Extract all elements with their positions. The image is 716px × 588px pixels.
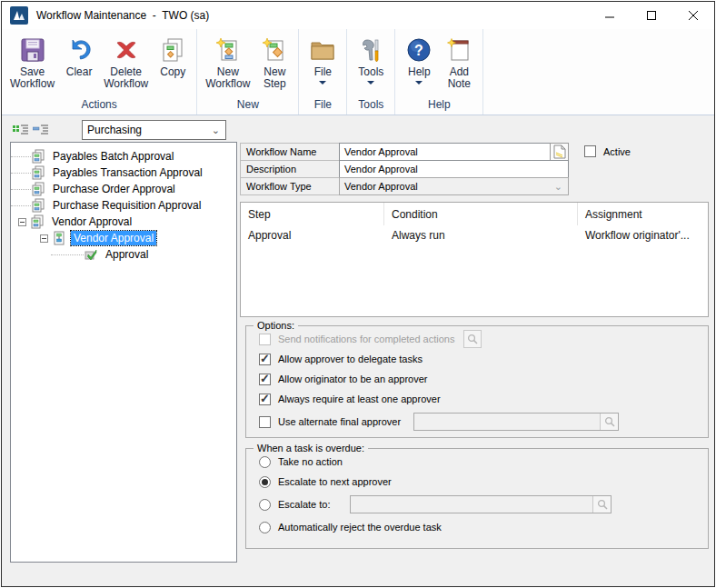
tools-dropdown-arrow-icon: [367, 81, 374, 85]
help-menu-button[interactable]: ? Help: [399, 32, 439, 98]
add-note-button[interactable]: Add Note: [439, 32, 479, 98]
clear-label: Clear: [66, 66, 93, 78]
steps-table: Step Condition Assignment Approval Alway…: [240, 202, 709, 317]
option-allow-delegate[interactable]: Allow approver to delegate tasks: [259, 353, 708, 365]
alternate-approver-checkbox[interactable]: [259, 416, 271, 428]
expand-all-button[interactable]: [12, 122, 30, 138]
new-workflow-button[interactable]: New Workflow: [201, 32, 254, 98]
active-checkbox[interactable]: [584, 145, 596, 157]
workflow-name-label: Workflow Name: [240, 143, 340, 161]
option-require-one-approver[interactable]: Always require at least one approver: [259, 393, 708, 405]
collapse-all-button[interactable]: [32, 122, 50, 138]
delete-workflow-button[interactable]: Delete Workflow: [99, 32, 153, 98]
undo-icon: [65, 34, 93, 66]
escalate-to-radio[interactable]: [259, 499, 271, 511]
workflow-maintenance-window: Workflow Maintenance - TWO (sa): [1, 1, 715, 587]
file-menu-button[interactable]: File: [303, 32, 343, 98]
option-originator-approver[interactable]: Allow originator to be an approver: [259, 373, 708, 385]
workflow-type-label: Workflow Type: [240, 177, 340, 195]
tools-icon: [357, 34, 384, 66]
tools-menu-label: Tools: [358, 66, 383, 78]
minimize-icon: [604, 10, 615, 21]
clear-button[interactable]: Clear: [59, 32, 99, 98]
save-workflow-label: Save Workflow: [10, 66, 55, 90]
originator-approver-checkbox[interactable]: [259, 374, 271, 385]
alternate-approver-label: Use alternate final approver: [278, 416, 401, 427]
notification-setup-button[interactable]: [463, 330, 482, 348]
workflow-pages-icon: [31, 198, 46, 213]
active-field[interactable]: Active: [584, 145, 631, 157]
tree-item-payables-transaction-approval[interactable]: Payables Transaction Approval: [11, 164, 236, 181]
auto-reject-label: Automatically reject the overdue task: [278, 522, 442, 533]
originator-approver-label: Allow originator to be an approver: [278, 374, 427, 384]
overdue-take-no-action[interactable]: Take no action: [259, 455, 708, 468]
minimize-button[interactable]: [589, 2, 631, 29]
note-attach-button[interactable]: [550, 143, 569, 161]
ribbon-group-actions: Save Workflow Clear: [2, 29, 197, 115]
svg-text:?: ?: [414, 43, 423, 58]
tree-toolbar: [12, 120, 52, 140]
allow-delegate-label: Allow approver to delegate tasks: [278, 354, 423, 364]
chevron-down-icon: ⌄: [554, 181, 562, 193]
new-step-label: New Step: [264, 66, 286, 90]
cell-assignment: Workflow originator'...: [578, 225, 708, 245]
take-no-action-label: Take no action: [278, 456, 343, 467]
option-send-notifications: Send notifications for completed actions: [259, 333, 708, 345]
take-no-action-radio[interactable]: [259, 456, 271, 468]
help-icon: ?: [405, 34, 433, 66]
category-dropdown-value: Purchasing: [87, 124, 142, 136]
save-workflow-button[interactable]: Save Workflow: [5, 32, 59, 98]
tree-item-purchase-requisition-approval[interactable]: Purchase Requisition Approval: [11, 197, 236, 214]
column-header-assignment[interactable]: Assignment: [578, 203, 708, 225]
table-row[interactable]: Approval Always run Workflow originator'…: [241, 225, 708, 245]
escalate-to-input[interactable]: [350, 495, 612, 513]
tree-item-vendor-approval-step-group[interactable]: Vendor Approval: [11, 230, 236, 246]
copy-button[interactable]: Copy: [153, 32, 193, 98]
cell-condition: Always run: [384, 225, 578, 245]
tree-item-approval-step[interactable]: Approval: [11, 246, 236, 263]
overdue-escalate-next[interactable]: Escalate to next approver: [259, 475, 708, 488]
tree-item-payables-batch-approval[interactable]: Payables Batch Approval: [11, 148, 236, 164]
tree-item-vendor-approval[interactable]: Vendor Approval: [11, 214, 236, 230]
close-button[interactable]: [672, 2, 714, 29]
overdue-auto-reject[interactable]: Automatically reject the overdue task: [259, 521, 708, 533]
options-group: Options: Send notifications for complete…: [245, 320, 709, 438]
workflow-type-dropdown[interactable]: Vendor Approval ⌄: [339, 177, 569, 195]
alternate-approver-lookup-button[interactable]: [600, 414, 618, 430]
auto-reject-radio[interactable]: [259, 522, 271, 533]
copy-icon: [159, 34, 186, 66]
alternate-approver-input[interactable]: [413, 413, 619, 431]
description-input[interactable]: Vendor Approval: [339, 160, 569, 178]
column-header-condition[interactable]: Condition: [384, 203, 578, 225]
category-dropdown[interactable]: Purchasing ⌄: [82, 120, 226, 140]
escalate-to-lookup-button[interactable]: [592, 496, 611, 513]
column-header-step[interactable]: Step: [241, 203, 384, 225]
copy-label: Copy: [160, 66, 185, 78]
ribbon-group-caption-help: Help: [397, 98, 481, 115]
option-alternate-approver[interactable]: Use alternate final approver: [259, 413, 708, 431]
collapse-expander-icon[interactable]: [18, 218, 26, 226]
approval-check-icon: [84, 247, 99, 262]
tools-menu-button[interactable]: Tools: [351, 32, 391, 98]
help-dropdown-arrow-icon: [415, 81, 423, 85]
workflow-name-input[interactable]: Vendor Approval: [339, 143, 551, 161]
send-notifications-checkbox[interactable]: [259, 334, 271, 345]
require-one-approver-checkbox[interactable]: [259, 394, 271, 405]
escalate-next-radio[interactable]: [259, 476, 271, 488]
ribbon-group-new: New Workflow New Step New: [197, 29, 299, 115]
window-title: Workflow Maintenance - TWO (sa): [36, 9, 209, 22]
tree-item-purchase-order-approval[interactable]: Purchase Order Approval: [11, 181, 236, 197]
options-group-title: Options:: [254, 320, 298, 331]
cell-step: Approval: [241, 225, 384, 245]
maximize-button[interactable]: [631, 2, 672, 29]
file-menu-label: File: [314, 66, 332, 78]
ribbon-group-caption-tools: Tools: [349, 98, 393, 115]
new-step-button[interactable]: New Step: [254, 32, 294, 98]
ribbon-group-caption-file: File: [301, 98, 344, 115]
collapse-expander-icon[interactable]: [40, 234, 48, 243]
overdue-escalate-to[interactable]: Escalate to:: [259, 495, 708, 513]
delete-workflow-label: Delete Workflow: [104, 66, 148, 90]
steps-table-header: Step Condition Assignment: [241, 203, 708, 225]
allow-delegate-checkbox[interactable]: [259, 354, 271, 365]
chevron-down-icon: ⌄: [212, 125, 220, 136]
